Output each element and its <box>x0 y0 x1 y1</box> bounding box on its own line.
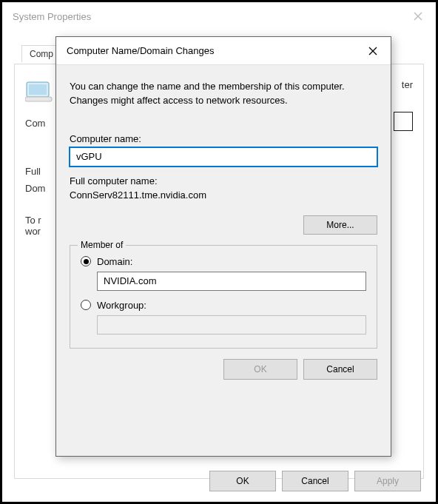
apply-button-label: Apply <box>377 476 399 486</box>
apply-button: Apply <box>354 471 421 491</box>
ok-button-label: OK <box>236 476 249 486</box>
more-button-label: More... <box>326 220 354 230</box>
dialog-ok-label: OK <box>254 364 266 374</box>
dialog-ok-button: OK <box>223 359 297 380</box>
cancel-button[interactable]: Cancel <box>282 471 348 491</box>
workgroup-radio[interactable] <box>81 300 91 310</box>
member-of-legend: Member of <box>78 240 126 250</box>
full-computer-name-label: Full computer name: <box>70 175 377 187</box>
label-full: Full <box>25 166 59 177</box>
domain-radio[interactable] <box>81 256 91 266</box>
dialog-description: You can change the name and the membersh… <box>70 80 377 108</box>
full-computer-name-value: ConnServ82111.tme.nvidia.com <box>70 189 206 201</box>
workgroup-field <box>97 315 366 335</box>
cancel-button-label: Cancel <box>301 476 328 486</box>
close-icon[interactable] <box>355 37 391 65</box>
truncated-input[interactable] <box>394 112 413 131</box>
dialog-title: Computer Name/Domain Changes <box>67 45 214 56</box>
dialog-titlebar: Computer Name/Domain Changes <box>56 37 391 65</box>
dialog-cancel-button[interactable]: Cancel <box>303 359 377 380</box>
desc-truncated: ter <box>402 79 413 90</box>
workgroup-radio-label: Workgroup: <box>97 300 146 311</box>
computer-name-field[interactable] <box>70 147 377 167</box>
system-properties-title: System Properties <box>13 11 91 22</box>
svg-rect-3 <box>29 84 47 95</box>
label-dom: Dom <box>25 183 59 194</box>
label-com: Com <box>25 118 59 129</box>
system-properties-titlebar: System Properties <box>2 2 436 30</box>
computer-name-label: Computer name: <box>70 133 377 144</box>
domain-radio-label: Domain: <box>97 256 132 267</box>
computer-icon <box>25 78 55 107</box>
computer-name-domain-dialog: Computer Name/Domain Changes You can cha… <box>55 36 391 457</box>
close-icon[interactable] <box>400 2 436 30</box>
ok-button[interactable]: OK <box>209 471 276 491</box>
svg-rect-4 <box>25 97 52 101</box>
dialog-cancel-label: Cancel <box>326 364 354 374</box>
label-to: To r <box>25 215 59 226</box>
more-button[interactable]: More... <box>303 215 377 235</box>
label-wor: wor <box>25 226 59 237</box>
member-of-group: Member of Domain: Workgroup: <box>70 245 377 349</box>
tab-label: Comp <box>30 49 53 59</box>
domain-field[interactable] <box>97 272 366 291</box>
